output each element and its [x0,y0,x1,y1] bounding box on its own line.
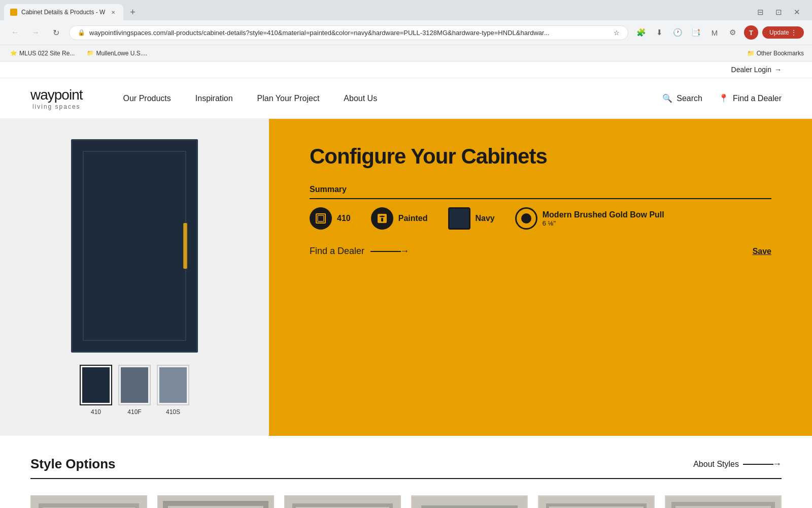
thumb-410s-img[interactable] [157,365,189,405]
utility-bar: Dealer Login → [0,61,812,78]
style-img-650[interactable] [411,495,528,508]
style-grid-row1: 750 720 [30,495,782,508]
tab-bar: Cabinet Details & Products - W ✕ + ⊟ ⊡ ✕ [0,0,812,20]
summary-material: Painted [371,207,428,230]
maximize-button[interactable]: ⊡ [771,5,786,19]
reload-button[interactable]: ↻ [49,25,63,40]
nav-inspiration[interactable]: Inspiration [195,94,233,103]
search-icon: 🔍 [662,93,672,103]
bookmark-mullenlowe[interactable]: 📁 MullenLowe U.S.... [85,49,149,58]
forward-button[interactable]: → [28,25,43,40]
style-img-660[interactable] [284,495,401,508]
style-item-720[interactable]: 720 [157,495,274,508]
style-item-660[interactable]: 660 [284,495,401,508]
cabinet-thumbnails: 410 410F 410S [80,365,189,416]
thumbnail-410s[interactable]: 410S [157,365,189,416]
tab-title: Cabinet Details & Products - W [21,9,105,16]
other-bookmarks-label: Other Bookmarks [757,50,804,57]
about-styles-arrow [743,459,782,469]
profile-extensions-icon[interactable]: ⚙ [726,25,740,40]
find-dealer-link-label: Find a Dealer [310,246,364,257]
dealer-login-link[interactable]: Dealer Login → [731,66,782,74]
hardware-icon-inner [521,213,531,224]
summary-color: Navy [448,207,495,230]
summary-style: 410 [310,207,351,230]
style-item-650[interactable]: 650 | DT24 [411,495,528,508]
summary-material-value: Painted [398,214,428,223]
svg-rect-3 [381,218,383,221]
find-dealer-action[interactable]: 📍 Find a Dealer [719,93,782,103]
find-dealer-nav-label: Find a Dealer [733,94,782,103]
back-button[interactable]: ← [8,25,22,40]
find-dealer-link[interactable]: Find a Dealer [310,246,409,257]
summary-hardware: Modern Brushed Gold Bow Pull 6 ⅛" [515,207,664,230]
toolbar-actions: 🧩 ⬇ 🕐 📑 M ⚙ T Update ⋮ [634,25,804,40]
svg-rect-1 [318,215,324,221]
extensions-icon[interactable]: 🧩 [634,25,649,40]
find-dealer-arrow [370,246,409,257]
search-label: Search [676,94,702,103]
hardware-icon [515,207,537,230]
summary-section: Summary 410 [310,185,771,230]
summary-color-value: Navy [476,214,495,223]
thumb-410-img[interactable] [80,365,112,405]
configure-panel: Configure Your Cabinets Summary 410 [269,119,812,436]
thumb-410-inner [82,367,110,403]
style-item-644[interactable]: 644 [538,495,655,508]
url-bar[interactable]: 🔒 waypointlivingspaces.com/all-products/… [69,25,628,40]
nav-links: Our Products Inspiration Plan Your Proje… [123,94,663,103]
style-img-644[interactable] [538,495,655,508]
nav-our-products[interactable]: Our Products [123,94,171,103]
other-bookmarks-icon: 📁 [747,50,755,57]
history-icon[interactable]: 🕐 [671,25,685,40]
nav-plan-project[interactable]: Plan Your Project [257,94,320,103]
section-title: Style Options [30,456,116,472]
thumbnail-410[interactable]: 410 [80,365,112,416]
close-window-button[interactable]: ✕ [790,5,804,19]
style-item-570[interactable]: 570 [665,495,782,508]
other-bookmarks[interactable]: 📁 Other Bookmarks [747,50,804,57]
active-tab[interactable]: Cabinet Details & Products - W ✕ [4,4,123,20]
bookmark-mlus[interactable]: ⭐ MLUS 022 Site Re... [8,49,77,58]
bookmark-mlus-icon: ⭐ [10,50,17,56]
summary-hardware-value: Modern Brushed Gold Bow Pull [543,210,664,219]
logo-text: waypoint [30,87,83,103]
gmail-icon[interactable]: M [707,25,722,40]
bookmark-icon[interactable]: ☆ [614,29,620,37]
thumb-410s-label: 410S [166,408,180,416]
location-icon: 📍 [719,93,729,103]
bookmarks-manager-icon[interactable]: 📑 [689,25,703,40]
thumb-410f-img[interactable] [118,365,151,405]
configure-footer: Find a Dealer Save [310,246,771,257]
tab-close-button[interactable]: ✕ [109,8,117,16]
website: Dealer Login → waypoint living spaces Ou… [0,61,812,508]
style-img-750[interactable] [30,495,147,508]
cabinet-panel: 410 410F 410S [0,119,269,436]
content-area: 410 410F 410S Configure Your Cabinet [0,119,812,436]
style-img-570[interactable] [665,495,782,508]
nav-about-us[interactable]: About Us [344,94,377,103]
minimize-button[interactable]: ⊟ [753,5,767,19]
summary-hardware-text: Modern Brushed Gold Bow Pull 6 ⅛" [543,210,664,227]
browser-chrome: Cabinet Details & Products - W ✕ + ⊟ ⊡ ✕… [0,0,812,61]
configure-title: Configure Your Cabinets [310,144,771,169]
style-item-750[interactable]: 750 [30,495,147,508]
update-button[interactable]: Update ⋮ [762,26,804,39]
style-img-720[interactable] [157,495,274,508]
logo-subtitle: living spaces [30,103,83,110]
new-tab-button[interactable]: + [125,5,140,19]
downloads-icon[interactable]: ⬇ [653,25,667,40]
about-styles-link[interactable]: About Styles [693,459,782,469]
save-link[interactable]: Save [753,247,771,256]
material-icon [371,207,393,230]
style-icon [310,207,332,230]
cabinet-handle [183,223,187,269]
logo[interactable]: waypoint living spaces [30,87,83,110]
thumb-410f-label: 410F [127,408,141,416]
search-action[interactable]: 🔍 Search [662,93,702,103]
bookmarks-bar: ⭐ MLUS 022 Site Re... 📁 MullenLowe U.S..… [0,45,812,61]
summary-hardware-sub: 6 ⅛" [543,219,664,227]
address-bar: ← → ↻ 🔒 waypointlivingspaces.com/all-pro… [0,20,812,45]
thumbnail-410f[interactable]: 410F [118,365,151,416]
profile-icon[interactable]: T [744,25,758,40]
